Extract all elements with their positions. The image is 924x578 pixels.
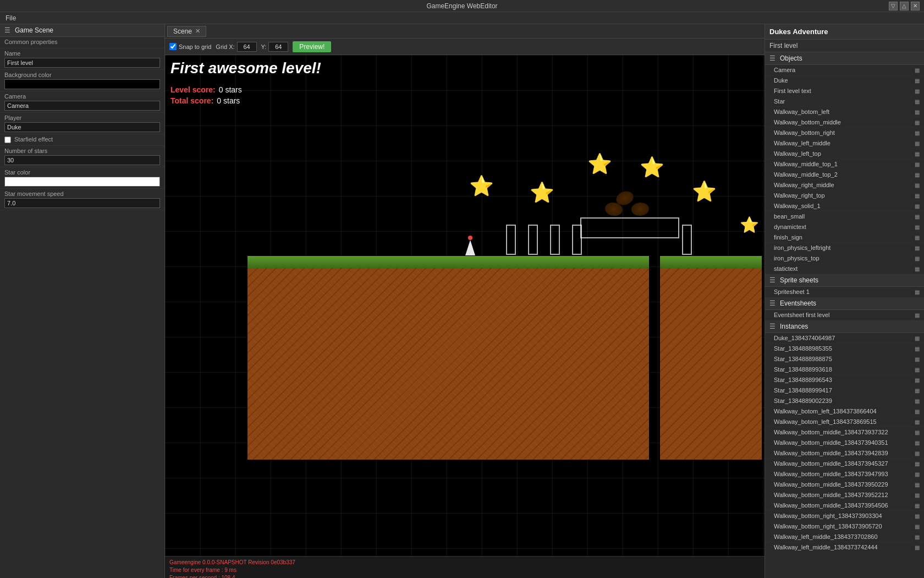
star-5[interactable]: ⭐ [693,181,715,203]
object-icon-12: ▦ [915,193,920,199]
instance-item-5[interactable]: Star_1384888999417▦ [765,385,924,396]
object-item-14[interactable]: bean_small▦ [765,211,924,222]
object-item-15[interactable]: dynamictext▦ [765,222,924,232]
object-item-8[interactable]: Walkway_left_top▦ [765,149,924,159]
instance-item-14[interactable]: Walkway_bottom_middle_1384373950229▦ [765,479,924,490]
platform-1[interactable] [506,225,516,255]
instance-item-6[interactable]: Star_1384889002239▦ [765,396,924,406]
scene-tab[interactable]: Scene ✕ [167,26,206,37]
instance-item-18[interactable]: Walkway_bottom_right_1384373905720▦ [765,521,924,532]
grid-x-input[interactable] [237,42,257,52]
maximize-button[interactable]: △ [900,2,909,10]
score-section: Level score: 0 stars Total score: 0 star… [170,85,242,107]
object-item-0[interactable]: Camera▦ [765,65,924,75]
platform-wide[interactable] [580,217,679,238]
object-item-5[interactable]: Walkway_bottom_middle▦ [765,117,924,128]
object-item-17[interactable]: iron_physics_leftright▦ [765,243,924,253]
instance-item-17[interactable]: Walkway_bottom_right_1384373903304▦ [765,511,924,521]
player-sprite[interactable] [462,236,479,259]
instance-item-3[interactable]: Star_1384888993618▦ [765,364,924,375]
star-1[interactable]: ⭐ [470,175,492,197]
star-4[interactable]: ⭐ [641,156,663,178]
instance-item-10[interactable]: Walkway_bottom_middle_1384373940351▦ [765,438,924,448]
left-panel: ☰ Game Scene Common properties Name Back… [0,24,165,578]
instance-item-4[interactable]: Star_1384888996543▦ [765,375,924,385]
instance-item-19[interactable]: Walkway_left_middle_1384373702860▦ [765,532,924,542]
window-controls: ▽ △ ✕ [889,2,920,10]
scene-canvas[interactable]: First awesome level! Level score: 0 star… [165,55,765,556]
object-item-6[interactable]: Walkway_bottom_right▦ [765,128,924,138]
instance-item-0[interactable]: Duke_1384374064987▦ [765,333,924,343]
object-item-3[interactable]: Star▦ [765,96,924,107]
starspeed-input[interactable] [4,198,160,208]
common-properties-label: Common properties [4,39,160,45]
bean-3[interactable] [631,202,650,217]
prop-bgcolor: Background color [0,70,164,91]
minimize-button[interactable]: ▽ [889,2,898,10]
starfield-checkbox[interactable] [4,137,11,143]
instance-item-16[interactable]: Walkway_bottom_middle_1384373954506▦ [765,500,924,511]
eventsheet-1[interactable]: Eventsheet first level ▦ [765,310,924,320]
spritesheets-section-header[interactable]: ☰ Sprite sheets [765,274,924,287]
menu-file[interactable]: File [2,14,19,22]
object-icon-10: ▦ [915,172,920,178]
platform-5[interactable] [682,225,692,255]
instance-item-13[interactable]: Walkway_bottom_middle_1384373947993▦ [765,469,924,479]
object-item-9[interactable]: Walkway_middle_top_1▦ [765,159,924,170]
instance-item-8[interactable]: Walkway_botom_left_1384373869515▦ [765,417,924,427]
star-2[interactable]: ⭐ [531,182,553,204]
object-item-4[interactable]: Walkway_botom_left▦ [765,107,924,117]
object-item-16[interactable]: finish_sign▦ [765,232,924,243]
star-3[interactable]: ⭐ [588,153,610,175]
bgcolor-label: Background color [4,72,160,78]
object-item-7[interactable]: Walkway_left_middle▦ [765,138,924,149]
instance-icon-19: ▦ [915,534,920,540]
object-item-1[interactable]: Duke▦ [765,75,924,86]
instances-section-header[interactable]: ☰ Instances [765,320,924,333]
instance-item-7[interactable]: Walkway_botom_left_1384373866404▦ [765,406,924,417]
prop-starfield: Starfield effect [0,134,164,146]
object-item-2[interactable]: First level text▦ [765,86,924,96]
instance-icon-20: ▦ [915,544,920,550]
game-scene-header[interactable]: ☰ Game Scene [0,24,164,37]
main-terrain [248,256,649,460]
star-6[interactable]: ⭐ [738,214,760,236]
object-item-18[interactable]: iron_physics_top▦ [765,253,924,264]
object-item-10[interactable]: Walkway_middle_top_2▦ [765,170,924,180]
object-item-13[interactable]: Walkway_solid_1▦ [765,201,924,211]
numstars-input[interactable] [4,155,160,165]
starcolor-swatch[interactable] [4,177,160,187]
platform-2[interactable] [528,225,538,255]
bgcolor-swatch[interactable] [4,79,160,89]
instance-item-20[interactable]: Walkway_left_middle_1384373742444▦ [765,542,924,553]
status-line-3: Frames per second : 108.4 [169,574,760,578]
platform-3[interactable] [550,225,560,255]
snap-to-grid-checkbox[interactable] [169,43,177,50]
name-input[interactable] [4,58,160,68]
object-icon-5: ▦ [915,119,920,126]
object-item-19[interactable]: statictext▦ [765,264,924,274]
prop-numstars: Number of stars [0,146,164,167]
camera-input[interactable] [4,101,160,111]
objects-section-label: Objects [780,54,802,62]
terrain-grass-right [660,256,762,268]
player-input[interactable] [4,122,160,132]
instance-item-12[interactable]: Walkway_bottom_middle_1384373945327▦ [765,459,924,469]
instance-item-1[interactable]: Star_1384888985355▦ [765,343,924,354]
eventsheets-menu-icon: ☰ [769,299,776,307]
instance-icon-7: ▦ [915,408,920,415]
object-item-11[interactable]: Walkway_right_middle▦ [765,180,924,190]
instance-item-2[interactable]: Star_1384888988875▦ [765,354,924,364]
instance-item-11[interactable]: Walkway_bottom_middle_1384373942839▦ [765,448,924,459]
instance-item-9[interactable]: Walkway_bottom_middle_1384373937322▦ [765,427,924,438]
eventsheets-section-header[interactable]: ☰ Eventsheets [765,297,924,310]
spritesheet-1[interactable]: Spritesheet 1 ▦ [765,287,924,297]
objects-section-header[interactable]: ☰ Objects [765,52,924,65]
title-bar: GameEngine WebEditor ▽ △ ✕ [0,0,924,12]
object-item-12[interactable]: Walkway_right_top▦ [765,190,924,201]
preview-button[interactable]: Preview! [293,41,331,52]
scene-tab-close[interactable]: ✕ [195,28,200,35]
close-button[interactable]: ✕ [911,2,920,10]
instance-item-15[interactable]: Walkway_bottom_middle_1384373952212▦ [765,490,924,500]
grid-y-input[interactable] [268,42,288,52]
